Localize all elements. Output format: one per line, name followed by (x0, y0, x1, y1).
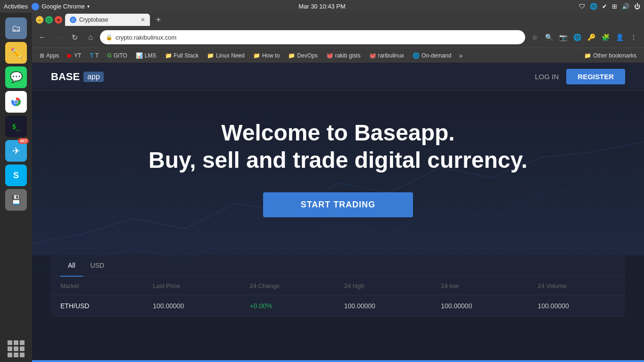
website-content: BASE app LOG IN REGISTER (32, 63, 644, 362)
hero-section: Welcome to Baseapp. Buy, sell and trade … (32, 91, 644, 255)
browser-titlebar: – □ ✕ C Cryptobase ✕ + (32, 13, 644, 27)
bookmark-lms[interactable]: 📊 LMS (132, 50, 160, 61)
site-nav-right: LOG IN REGISTER (535, 69, 625, 84)
menu-icon[interactable]: ⋮ (627, 31, 640, 44)
24-low: 100.00000 (431, 296, 528, 317)
bookmark-star-icon[interactable]: ☆ (528, 31, 541, 44)
taskbar-skype-icon[interactable]: S (5, 165, 27, 186)
maximize-button[interactable]: □ (45, 16, 53, 24)
browser-window: – □ ✕ C Cryptobase ✕ + ← → ↻ ⌂ 🔒 crypto.… (32, 13, 644, 362)
bookmark-howto-icon: 📁 (253, 52, 260, 59)
taskbar-bottom (0, 340, 32, 357)
taskbar-terminal-icon[interactable]: $_ (5, 115, 27, 137)
taskbar-text-editor-icon[interactable]: ✏️ (5, 42, 27, 64)
last-price: 100.00000 (143, 296, 240, 317)
bookmark-devops-label: DevOps (297, 52, 317, 59)
nav-bar: ← → ↻ ⌂ 🔒 crypto.rakibulinux.com ☆ 🔍 📷 🌐… (32, 27, 644, 48)
power-icon[interactable]: ⏻ (634, 3, 640, 10)
telegram-badge: 457 (18, 138, 29, 144)
bookmark-howto[interactable]: 📁 How to (249, 50, 283, 61)
tab-label: Cryptobase (79, 16, 108, 23)
logo-app-text: app (83, 72, 104, 82)
bookmark-gito-icon: G (107, 52, 111, 59)
extension2-icon[interactable]: 🧩 (599, 31, 612, 44)
bookmark-apps[interactable]: ⊞ Apps (36, 50, 63, 61)
taskbar-chrome-icon[interactable] (5, 91, 27, 113)
bookmark-raribulinux-label: raribulinux (378, 52, 404, 59)
bookmark-yt-label: YT (74, 52, 81, 59)
taskbar-left: 🗂 ✏️ 💬 $_ ✈ 457 S 💾 (0, 13, 32, 362)
new-tab-button[interactable]: + (152, 13, 165, 26)
minimize-button[interactable]: – (36, 16, 43, 24)
chrome-indicator[interactable]: Google Chrome ▾ (32, 3, 90, 10)
bookmark-fullstack-icon: 📁 (165, 52, 172, 59)
bookmark-rakibgists-icon: 🐙 (326, 52, 333, 59)
translate-icon[interactable]: 🌐 (570, 31, 584, 44)
nav-icons-right: ☆ 🔍 📷 🌐 🔑 🧩 👤 ⋮ (528, 31, 640, 44)
browser-tab[interactable]: C Cryptobase ✕ (65, 14, 150, 26)
bookmark-devops-icon: 📁 (288, 52, 295, 59)
bookmark-apps-icon: ⊞ (40, 52, 44, 59)
lock-icon: 🔒 (106, 34, 113, 41)
os-bottombar (0, 360, 644, 362)
bookmark-linuxneed-icon: 📁 (207, 52, 214, 59)
hero-title-line2: Buy, sell and trade digital currency. (149, 148, 528, 173)
address-bar[interactable]: 🔒 crypto.rakibulinux.com (100, 30, 525, 44)
taskbar-usb-icon[interactable]: 💾 (5, 189, 27, 211)
taskbar-files-icon[interactable]: 🗂 (5, 17, 27, 39)
bookmarks-bar: ⊞ Apps ▶ YT T T G GITO 📊 LMS 📁 Full Stac… (32, 48, 644, 63)
chrome-dropdown-icon[interactable]: ▾ (87, 4, 90, 9)
table-row[interactable]: ETH/USD 100.00000 +0.00% 100.00000 100.0… (51, 296, 625, 317)
site-logo: BASE app (51, 71, 104, 83)
shield-icon: ✔ (602, 3, 607, 10)
reload-button[interactable]: ↻ (68, 31, 81, 44)
bookmark-linuxneed-label: Linux Need (216, 52, 245, 59)
24-high: 100.00000 (335, 296, 431, 317)
bookmark-rakibgists[interactable]: 🐙 rakib gists (322, 50, 364, 61)
bookmark-linuxneed[interactable]: 📁 Linux Need (203, 50, 248, 61)
taskbar-whatsapp-icon[interactable]: 💬 (5, 66, 27, 88)
bookmark-t[interactable]: T T (86, 50, 103, 61)
bookmark-ondemand[interactable]: 🌐 On-demand (409, 50, 455, 61)
bookmark-rakibgists-label: rakib gists (335, 52, 361, 59)
bookmark-ondemand-icon: 🌐 (413, 52, 420, 59)
home-button[interactable]: ⌂ (84, 31, 97, 44)
more-bookmarks-button[interactable]: » (456, 52, 465, 59)
forward-button[interactable]: → (52, 31, 65, 44)
other-bookmarks-button[interactable]: 📁 Other bookmarks (580, 52, 640, 59)
screenshot-icon[interactable]: 📷 (556, 31, 570, 44)
password-icon[interactable]: 🔑 (585, 31, 598, 44)
bookmark-raribulinux-icon: 🐙 (369, 52, 376, 59)
bookmark-lms-label: LMS (145, 52, 157, 59)
bookmark-ondemand-label: On-demand (421, 52, 451, 59)
bookmark-t-label: T (95, 52, 99, 59)
login-button[interactable]: LOG IN (535, 73, 559, 81)
activities-button[interactable]: Activities (4, 3, 28, 10)
bookmark-fullstack[interactable]: 📁 Full Stack (161, 50, 203, 61)
tab-close-button[interactable]: ✕ (140, 16, 145, 23)
bookmark-yt-icon: ▶ (67, 52, 72, 59)
taskbar-telegram-icon[interactable]: ✈ 457 (5, 140, 27, 162)
tab-favicon: C (70, 16, 76, 23)
chrome-lens-icon[interactable]: 🔍 (542, 31, 555, 44)
back-button[interactable]: ← (36, 31, 49, 44)
profile-icon[interactable]: 👤 (613, 31, 626, 44)
start-trading-button[interactable]: START TRADING (263, 192, 413, 217)
bookmark-gito[interactable]: G GITO (103, 50, 131, 61)
close-button[interactable]: ✕ (55, 16, 62, 24)
bookmark-raribulinux[interactable]: 🐙 raribulinux (365, 50, 408, 61)
24-volume: 100.00000 (528, 296, 625, 317)
bookmark-devops[interactable]: 📁 DevOps (284, 50, 321, 61)
chrome-title: Google Chrome (41, 3, 85, 10)
bookmark-gito-label: GITO (114, 52, 127, 59)
site-navbar: BASE app LOG IN REGISTER (32, 63, 644, 91)
tab-bar: C Cryptobase ✕ + (65, 13, 640, 26)
volume-icon: 🔊 (622, 3, 629, 10)
register-button[interactable]: REGISTER (566, 69, 625, 84)
app-grid-icon[interactable] (8, 340, 25, 357)
bookmark-yt[interactable]: ▶ YT (64, 50, 85, 61)
chrome-favicon (32, 3, 39, 10)
network-status-icon: ⊞ (612, 3, 617, 10)
hero-title: Welcome to Baseapp. Buy, sell and trade … (149, 119, 528, 173)
bookmark-apps-label: Apps (46, 52, 59, 59)
